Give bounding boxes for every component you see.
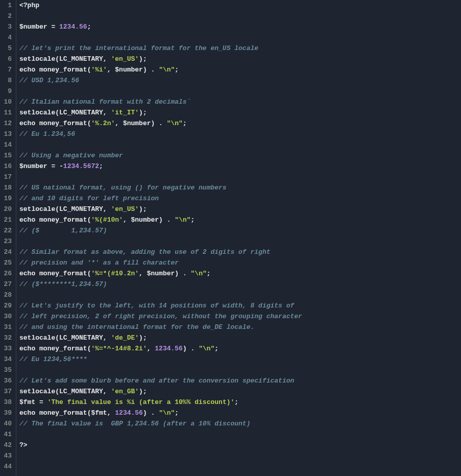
code-line[interactable]: // left precision, 2 of right precision,… [19, 311, 461, 322]
token-default [35, 409, 39, 417]
token-func: money_format [39, 216, 87, 224]
token-default [35, 216, 39, 224]
code-line[interactable]: // Eu 1.234,56 [19, 129, 461, 139]
token-func: setlocale [19, 205, 55, 213]
code-line[interactable]: // Using a negative number [19, 150, 461, 161]
token-punct: , [107, 409, 115, 417]
token-comment: // Using a negative number [19, 152, 123, 159]
code-line[interactable]: // Let's justify to the left, with 14 po… [19, 300, 461, 311]
token-comment: // Let's justify to the left, with 14 po… [19, 302, 294, 310]
code-line[interactable]: echo money_format('%i', $number) . "\n"; [19, 64, 461, 75]
code-line[interactable]: // US national format, using () for nega… [19, 182, 461, 193]
code-line[interactable]: $number = -1234.5672; [19, 161, 461, 172]
code-line[interactable]: setlocale(LC_MONETARY, 'it_IT'); [19, 107, 461, 118]
line-number: 23 [3, 236, 12, 247]
code-line[interactable]: // USD 1,234.56 [19, 75, 461, 86]
code-line[interactable] [19, 32, 461, 43]
code-line[interactable]: echo money_format('%.2n', $number) . "\n… [19, 118, 461, 129]
line-number: 24 [3, 247, 12, 257]
token-punct: ) . [143, 66, 159, 74]
token-punct: , [139, 270, 147, 277]
code-line[interactable] [19, 429, 461, 440]
line-number: 9 [3, 86, 12, 97]
token-comment: // Let's add some blurb before and after… [19, 377, 294, 385]
code-line[interactable] [19, 172, 461, 182]
code-line[interactable]: // Let's add some blurb before and after… [19, 375, 461, 386]
code-line[interactable]: setlocale(LC_MONETARY, 'en_US'); [19, 54, 461, 64]
line-number: 29 [3, 300, 12, 311]
code-line[interactable]: // ($********1,234.57) [19, 279, 461, 290]
code-line[interactable]: // and using the international format fo… [19, 322, 461, 332]
line-number: 13 [3, 129, 12, 139]
line-number: 35 [3, 365, 12, 375]
token-comment: // Similar format as above, adding the u… [19, 248, 270, 256]
code-area[interactable]: <?php $number = 1234.56; // let's print … [16, 0, 461, 476]
code-line[interactable] [19, 365, 461, 375]
token-string: 'en_US' [111, 55, 139, 63]
line-number: 17 [3, 172, 12, 182]
code-line[interactable]: echo money_format($fmt, 1234.56) . "\n"; [19, 408, 461, 418]
token-var: $number [131, 216, 159, 224]
line-number: 31 [3, 322, 12, 332]
code-line[interactable]: // let's print the international format … [19, 43, 461, 54]
line-number: 12 [3, 118, 12, 129]
token-string: "\n" [175, 216, 190, 224]
code-line[interactable]: $fmt = 'The final value is %i (after a 1… [19, 397, 461, 408]
token-punct: ; [214, 345, 219, 352]
code-line[interactable]: echo money_format('%(#10n', $number) . "… [19, 215, 461, 225]
code-line[interactable]: // ($ 1,234.57) [19, 225, 461, 236]
line-number: 7 [3, 64, 12, 75]
code-line[interactable]: setlocale(LC_MONETARY, 'en_GB'); [19, 386, 461, 397]
code-line[interactable] [19, 461, 461, 472]
line-number: 4 [3, 32, 12, 43]
line-number: 33 [3, 343, 12, 354]
line-number: 41 [3, 429, 12, 440]
code-line[interactable] [19, 11, 461, 21]
code-line[interactable]: echo money_format('%=*^-14#8.2i', 1234.5… [19, 343, 461, 354]
token-punct: ); [139, 205, 147, 213]
line-number: 22 [3, 225, 12, 236]
code-line[interactable]: $number = 1234.56; [19, 21, 461, 32]
code-line[interactable]: // and 10 digits for left precision [19, 193, 461, 204]
token-punct: , [107, 66, 115, 74]
code-line[interactable]: echo money_format('%=*(#10.2n', $number)… [19, 268, 461, 279]
token-punct: ); [139, 388, 147, 395]
token-string: 'en_GB' [111, 388, 139, 395]
token-punct: ) . [159, 216, 175, 224]
token-punct: ; [175, 66, 179, 74]
code-line[interactable] [19, 236, 461, 247]
token-keyword: echo [19, 409, 35, 417]
token-phptag: ?> [19, 441, 28, 449]
code-line[interactable]: setlocale(LC_MONETARY, 'de_DE'); [19, 332, 461, 343]
code-line[interactable] [19, 139, 461, 150]
code-line[interactable] [19, 450, 461, 461]
token-punct: ( [55, 109, 59, 116]
code-line[interactable]: // Italian national format with 2 decima… [19, 97, 461, 107]
token-punct: , [123, 216, 131, 224]
line-number: 15 [3, 150, 12, 161]
token-punct: , [103, 205, 111, 213]
line-number: 8 [3, 75, 12, 86]
token-punct: ( [55, 388, 59, 395]
code-line[interactable]: // precision and '*' as a fill character [19, 257, 461, 268]
token-punct: ); [139, 55, 147, 63]
code-line[interactable]: // Eu 1234,56**** [19, 354, 461, 365]
code-line[interactable]: ?> [19, 440, 461, 450]
code-editor[interactable]: 1234567891011121314151617181920212223242… [0, 0, 461, 476]
line-number: 25 [3, 257, 12, 268]
token-var: $number [123, 120, 151, 127]
code-line[interactable]: // Similar format as above, adding the u… [19, 247, 461, 257]
line-number: 5 [3, 43, 12, 54]
token-comment: // Eu 1234,56**** [19, 355, 87, 363]
token-string: 'it_IT' [111, 109, 139, 116]
code-line[interactable]: // The final value is GBP 1,234.56 (afte… [19, 418, 461, 429]
line-number-gutter: 1234567891011121314151617181920212223242… [0, 0, 16, 476]
code-line[interactable] [19, 290, 461, 300]
token-comment: // let's print the international format … [19, 44, 258, 52]
token-punct: ( [55, 334, 59, 342]
token-string: '%.2n' [91, 120, 115, 127]
code-line[interactable]: setlocale(LC_MONETARY, 'en_US'); [19, 204, 461, 215]
code-line[interactable] [19, 86, 461, 97]
code-line[interactable]: <?php [19, 0, 461, 11]
token-punct: ) . [183, 345, 199, 352]
